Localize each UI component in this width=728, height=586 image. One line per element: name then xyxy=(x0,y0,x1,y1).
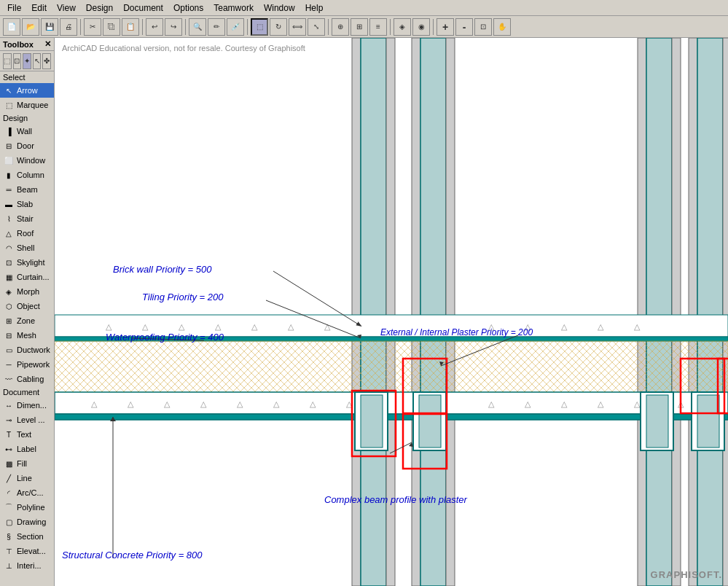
tool-door[interactable]: ⊟ Door xyxy=(0,138,54,153)
cut-button[interactable]: ✂ xyxy=(84,18,101,36)
svg-text:△: △ xyxy=(164,399,171,408)
toolbox-panel: Toolbox ✕ ⬚ ⊡ ✦ ↖ ✤ Select ↖ Arrow ⬚ Mar… xyxy=(0,38,55,586)
save-button[interactable]: 💾 xyxy=(41,18,58,36)
tool-level[interactable]: ⊸ Level ... xyxy=(0,413,54,427)
tool-interi[interactable]: ⊥ Interi... xyxy=(0,558,54,573)
door-icon: ⊟ xyxy=(3,140,15,152)
menu-design[interactable]: Design xyxy=(82,1,117,15)
eyedrop-button[interactable]: 💉 xyxy=(227,18,244,36)
svg-text:△: △ xyxy=(634,322,641,331)
print-button[interactable]: 🖨 xyxy=(60,18,77,36)
ductwork-icon: ▭ xyxy=(3,344,15,356)
view3d-button[interactable]: ◈ xyxy=(394,18,411,36)
svg-rect-12 xyxy=(638,38,646,586)
arrow-select-btn[interactable]: ⬚ xyxy=(3,53,12,69)
select-rect-btn[interactable]: ⊡ xyxy=(13,53,22,69)
main-layout: Toolbox ✕ ⬚ ⊡ ✦ ↖ ✤ Select ↖ Arrow ⬚ Mar… xyxy=(0,38,728,586)
zoom-in-button[interactable]: + xyxy=(437,18,454,36)
tool-shell[interactable]: ◠ Shell xyxy=(0,241,54,255)
cabling-icon: 〰 xyxy=(3,373,15,385)
pointer-btn[interactable]: ↖ xyxy=(33,53,42,69)
tool-label[interactable]: ⊷ Label xyxy=(0,442,54,456)
tool-cabling[interactable]: 〰 Cabling xyxy=(0,372,54,386)
tool-wall[interactable]: ▐ Wall xyxy=(0,124,54,138)
menu-teamwork[interactable]: Teamwork xyxy=(209,1,258,15)
tool-arrow[interactable]: ↖ Arrow xyxy=(0,83,54,98)
tool-section[interactable]: § Section xyxy=(0,529,54,544)
menu-options[interactable]: Options xyxy=(169,1,208,15)
svg-text:Complex beam profile with plas: Complex beam profile with plaster xyxy=(324,494,467,505)
tool-marquee[interactable]: ⬚ Marquee xyxy=(0,98,54,112)
svg-text:△: △ xyxy=(561,399,568,408)
menu-view[interactable]: View xyxy=(52,1,80,15)
resize-button[interactable]: ⤡ xyxy=(308,18,325,36)
rotate-button[interactable]: ↻ xyxy=(270,18,287,36)
tool-fill[interactable]: ▩ Fill xyxy=(0,456,54,471)
svg-rect-16 xyxy=(697,38,723,586)
grid-button[interactable]: ⊞ xyxy=(351,18,368,36)
menu-help[interactable]: Help xyxy=(301,1,328,15)
tool-drawing[interactable]: ▢ Drawing xyxy=(0,515,54,529)
redo-button[interactable]: ↪ xyxy=(165,18,182,36)
mirror-button[interactable]: ⟺ xyxy=(289,18,306,36)
freehand-btn[interactable]: ✤ xyxy=(42,53,51,69)
window-icon: ⬜ xyxy=(3,155,15,166)
menu-file[interactable]: File xyxy=(3,1,26,15)
layer-button[interactable]: ≡ xyxy=(369,18,387,36)
find-button[interactable]: 🔍 xyxy=(189,18,206,36)
tool-mesh[interactable]: ⊟ Mesh xyxy=(0,328,54,343)
menu-edit[interactable]: Edit xyxy=(27,1,51,15)
tool-zone[interactable]: ⊞ Zone xyxy=(0,313,54,328)
tool-dimen[interactable]: ↔ Dimen... xyxy=(0,398,54,413)
svg-text:△: △ xyxy=(310,399,316,408)
tool-skylight[interactable]: ⊡ Skylight xyxy=(0,255,54,270)
tool-roof[interactable]: △ Roof xyxy=(0,226,54,241)
tool-text[interactable]: T Text xyxy=(0,427,54,442)
tool-pipework[interactable]: ─ Pipework xyxy=(0,357,54,372)
render-button[interactable]: ◉ xyxy=(412,18,430,36)
menu-window[interactable]: Window xyxy=(259,1,300,15)
select-tool[interactable]: ⬚ xyxy=(251,18,268,36)
magic-select-btn[interactable]: ✦ xyxy=(23,53,31,69)
tool-curtain[interactable]: ▦ Curtain... xyxy=(0,270,54,284)
zone-icon: ⊞ xyxy=(3,315,15,327)
paste-button[interactable]: 📋 xyxy=(122,18,139,36)
svg-rect-14 xyxy=(672,38,681,586)
arc-icon: ◜ xyxy=(3,487,15,499)
tool-elevat[interactable]: ⊤ Elevat... xyxy=(0,544,54,558)
tool-column[interactable]: ▮ Column xyxy=(0,168,54,182)
section-design: Design xyxy=(0,112,54,124)
tool-polyline[interactable]: ⌒ Polyline xyxy=(0,500,54,515)
zoom-out-button[interactable]: - xyxy=(455,18,473,36)
tool-line[interactable]: ╱ Line xyxy=(0,471,54,485)
toolbox-close-button[interactable]: ✕ xyxy=(44,39,51,49)
tool-slab[interactable]: ▬ Slab xyxy=(0,197,54,211)
stair-icon: ⌇ xyxy=(3,213,15,224)
canvas-area[interactable]: ArchiCAD Educational version, not for re… xyxy=(55,38,728,586)
tool-object[interactable]: ⬡ Object xyxy=(0,299,54,313)
tool-beam[interactable]: ═ Beam xyxy=(0,182,54,197)
undo-button[interactable]: ↩ xyxy=(146,18,163,36)
morph-icon: ◈ xyxy=(3,286,15,297)
svg-text:△: △ xyxy=(237,399,243,408)
elevat-icon: ⊤ xyxy=(3,545,15,557)
pencil-button[interactable]: ✏ xyxy=(208,18,225,36)
tool-morph[interactable]: ◈ Morph xyxy=(0,284,54,299)
open-button[interactable]: 📂 xyxy=(22,18,39,36)
copy-button[interactable]: ⿻ xyxy=(103,18,120,36)
menu-document[interactable]: Document xyxy=(119,1,168,15)
svg-text:△: △ xyxy=(598,322,604,331)
tool-window[interactable]: ⬜ Window xyxy=(0,153,54,168)
zoom-fit-button[interactable]: ⊡ xyxy=(474,18,492,36)
new-button[interactable]: 📄 xyxy=(3,18,20,36)
dimen-icon: ↔ xyxy=(3,399,15,411)
svg-text:△: △ xyxy=(200,399,207,408)
tool-arc[interactable]: ◜ Arc/C... xyxy=(0,485,54,500)
tool-stair[interactable]: ⌇ Stair xyxy=(0,211,54,226)
section-document: Document xyxy=(0,386,54,398)
pan-button[interactable]: ✋ xyxy=(493,18,511,36)
label-icon: ⊷ xyxy=(3,443,15,455)
sep3 xyxy=(185,19,186,35)
snap-button[interactable]: ⊕ xyxy=(332,18,349,36)
tool-ductwork[interactable]: ▭ Ductwork xyxy=(0,343,54,357)
